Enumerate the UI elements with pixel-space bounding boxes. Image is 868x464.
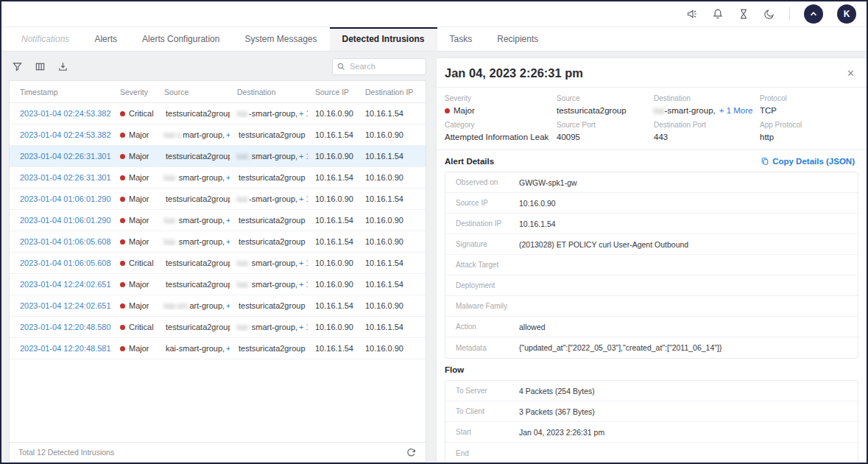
bell-icon[interactable] xyxy=(712,8,724,20)
tab-system-messages[interactable]: System Messages xyxy=(232,27,329,51)
redacted-text: kai- xyxy=(164,237,177,246)
source-group-name: testsuricata2group xyxy=(166,259,230,267)
column-header-source[interactable]: Source xyxy=(157,88,230,96)
timestamp-link[interactable]: 2023-01-04 01:06:01.290 PM xyxy=(10,194,113,203)
alert-details-title: Alert Details xyxy=(445,157,494,166)
timestamp-link[interactable]: 2023-01-04 02:24:53.382 PM xyxy=(10,109,113,118)
source-cell: kai- smart-group, + 1 M xyxy=(157,216,230,225)
table-row[interactable]: 2023-01-04 01:06:01.290 PM Major kai- sm… xyxy=(10,210,426,231)
flow-row: To Server 4 Packets (254 Bytes) xyxy=(445,381,858,401)
timestamp-link[interactable]: 2023-01-04 01:06:01.290 PM xyxy=(10,216,113,225)
search-input[interactable] xyxy=(332,58,426,75)
table-row[interactable]: 2023-01-04 12:24:02.651 PM Major testsur… xyxy=(10,274,426,295)
timestamp-link[interactable]: 2023-01-04 12:24:02.651 PM xyxy=(10,280,113,289)
field-label: Source xyxy=(557,94,654,102)
source-group-name: testsuricata2group xyxy=(166,109,230,118)
column-header-destination-ip[interactable]: Destination IP xyxy=(358,88,426,96)
source-group-name: testsuricata2group xyxy=(166,152,230,161)
flow-row: End xyxy=(445,443,858,463)
refresh-icon[interactable] xyxy=(406,447,417,458)
source-cell: testsuricata2group xyxy=(157,152,230,161)
table-row[interactable]: 2023-01-04 02:26:31.301 PM Major kai- sm… xyxy=(10,167,426,189)
main-content: Timestamp Severity Source Destination So… xyxy=(1,52,867,463)
source-ip-cell: 10.16.1.54 xyxy=(308,216,358,225)
table-row[interactable]: 2023-01-04 02:26:31.301 PM Major testsur… xyxy=(10,146,426,167)
source-ip-cell: 10.16.0.90 xyxy=(308,194,358,203)
field-value: -smart-group, xyxy=(665,106,716,115)
severity-dot xyxy=(120,282,125,287)
severity-label: Major xyxy=(129,173,149,182)
table-row[interactable]: 2023-01-04 01:06:05.608 PM Critical test… xyxy=(10,253,426,274)
close-icon[interactable]: ✕ xyxy=(847,68,855,78)
tab-recipients[interactable]: Recipients xyxy=(484,27,551,51)
severity-label: Major xyxy=(129,280,149,289)
tab-alerts[interactable]: Alerts xyxy=(82,27,130,51)
more-link[interactable]: + 1 M xyxy=(299,152,308,161)
more-link[interactable]: + 1 M xyxy=(299,280,308,289)
table-row[interactable]: 2023-01-04 01:06:05.608 PM Major kai- sm… xyxy=(10,231,426,253)
table-row[interactable]: 2023-01-04 02:24:53.382 PM Major kai-s m… xyxy=(10,124,426,146)
moon-icon[interactable] xyxy=(763,8,775,20)
table-row[interactable]: 2023-01-04 12:20:48.581 PM Major kai-sma… xyxy=(10,338,426,359)
total-count-label: Total 12 Detected Intrusions xyxy=(18,448,114,457)
timestamp-link[interactable]: 2023-01-04 02:26:31.301 PM xyxy=(10,152,113,161)
severity-dot xyxy=(120,346,125,351)
tab-alerts-configuration[interactable]: Alerts Configuration xyxy=(130,27,232,51)
timestamp-link[interactable]: 2023-01-04 12:24:02.651 PM xyxy=(10,301,113,310)
table-row[interactable]: 2023-01-04 12:20:48.580 PM Critical test… xyxy=(10,317,426,338)
destination-ip-cell: 10.16.0.90 xyxy=(358,130,426,139)
detail-row: Malware Family xyxy=(445,296,858,317)
table-body: 2023-01-04 02:24:53.382 PM Critical test… xyxy=(10,103,426,359)
field-label: Protocol xyxy=(760,94,858,102)
timestamp-link[interactable]: 2023-01-04 02:26:31.301 PM xyxy=(10,173,113,182)
tab-detected-intrusions[interactable]: Detected Intrusions xyxy=(330,27,437,51)
more-link[interactable]: + 1 M xyxy=(299,259,308,267)
field-value: testsuricata2group xyxy=(557,106,654,115)
download-icon[interactable] xyxy=(57,61,68,72)
more-link[interactable]: + 1 M xyxy=(299,323,308,331)
destination-ip-cell: 10.16.0.90 xyxy=(358,173,426,182)
copy-icon xyxy=(761,157,769,166)
timestamp-link[interactable]: 2023-01-04 12:20:48.580 PM xyxy=(10,323,113,331)
detail-title: Jan 04, 2023 2:26:31 pm xyxy=(445,66,583,80)
more-link[interactable]: + 1 More xyxy=(719,106,753,115)
field-value: Major xyxy=(454,106,475,115)
megaphone-icon[interactable] xyxy=(686,8,698,20)
column-header-severity[interactable]: Severity xyxy=(113,88,157,96)
scroll-top-button[interactable] xyxy=(804,4,823,24)
column-header-destination[interactable]: Destination xyxy=(230,88,308,96)
severity-cell: Major xyxy=(113,194,157,203)
flow-row-value: 3 Packets (367 Bytes) xyxy=(519,407,858,416)
search-icon xyxy=(336,61,346,71)
column-header-timestamp[interactable]: Timestamp xyxy=(10,88,113,96)
copy-details-button[interactable]: Copy Details (JSON) xyxy=(761,157,855,166)
table-row[interactable]: 2023-01-04 01:06:01.290 PM Major testsur… xyxy=(10,189,426,210)
user-avatar[interactable]: K xyxy=(837,4,856,24)
table-row[interactable]: 2023-01-04 02:24:53.382 PM Critical test… xyxy=(10,103,426,124)
source-group-name: mart-group, xyxy=(183,130,225,139)
redacted-text: kai xyxy=(237,109,247,118)
columns-icon[interactable] xyxy=(35,61,46,72)
column-header-source-ip[interactable]: Source IP xyxy=(308,88,358,96)
timestamp-link[interactable]: 2023-01-04 12:20:48.581 PM xyxy=(10,344,113,353)
hourglass-icon[interactable] xyxy=(738,8,749,20)
field-label: Category xyxy=(445,121,557,129)
more-link[interactable]: + 1 M xyxy=(299,194,308,203)
severity-label: Major xyxy=(129,194,149,203)
timestamp-link[interactable]: 2023-01-04 02:24:53.382 PM xyxy=(10,130,113,139)
timestamp-link[interactable]: 2023-01-04 01:06:05.608 PM xyxy=(10,259,113,267)
destination-cell: testsuricata2group xyxy=(230,301,308,310)
filter-icon[interactable] xyxy=(12,61,23,72)
search-box xyxy=(332,58,426,75)
table-row[interactable]: 2023-01-04 12:24:02.651 PM Major kai-sm … xyxy=(10,295,426,317)
destination-cell: testsuricata2group xyxy=(230,173,308,182)
destination-cell: kai- smart-group, + 1 M xyxy=(230,259,308,267)
flow-row-value: 4 Packets (254 Bytes) xyxy=(519,387,858,396)
table-header: Timestamp Severity Source Destination So… xyxy=(10,81,426,103)
more-link[interactable]: + 1 M xyxy=(299,109,308,118)
severity-label: Critical xyxy=(129,259,154,267)
tab-tasks[interactable]: Tasks xyxy=(437,27,485,51)
detail-row-label: Action xyxy=(456,323,519,331)
detail-summary: Severity Major Source testsuricata2group… xyxy=(437,88,867,150)
timestamp-link[interactable]: 2023-01-04 01:06:05.608 PM xyxy=(10,237,113,246)
